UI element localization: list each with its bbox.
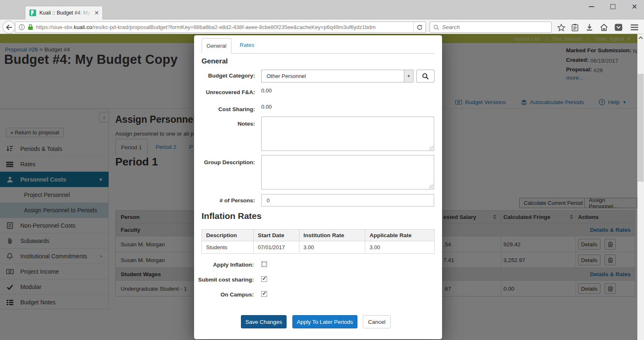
assign-personnel-modal: General Rates General Budget Category: O…: [194, 35, 442, 339]
browser-chrome: ✕ Kuali :: Budget #4: My Budg ✕ + https:…: [0, 0, 644, 34]
inflation-row: Students 07/01/2017 3.00 3.00: [202, 241, 435, 254]
downloads-icon[interactable]: [584, 23, 594, 32]
inflation-rates-heading: Inflation Rates: [202, 211, 262, 221]
cancel-button[interactable]: Cancel: [363, 315, 391, 328]
modal-tab-rates[interactable]: Rates: [240, 42, 254, 48]
submit-cost-sharing-label: Submit cost sharing:: [194, 277, 254, 283]
window-maximize-button[interactable]: [608, 2, 618, 11]
resize-grip[interactable]: [429, 146, 433, 150]
on-campus-label: On Campus:: [194, 291, 254, 298]
info-icon[interactable]: [19, 24, 25, 30]
modal-section-heading: General: [202, 57, 228, 66]
window-minimize-button[interactable]: [586, 2, 597, 11]
url-bar[interactable]: https://siue-sbx.kuali.co/res/kc-pd-krad…: [15, 22, 414, 33]
budget-category-search-button[interactable]: [416, 70, 435, 83]
on-campus-checkbox[interactable]: [261, 291, 267, 297]
scrollbar-thumb[interactable]: [638, 74, 644, 182]
bookmark-star-icon[interactable]: [556, 23, 566, 32]
scroll-up-icon[interactable]: [638, 36, 643, 39]
resize-grip[interactable]: [429, 185, 433, 189]
pocket-icon[interactable]: [613, 23, 623, 32]
apply-to-later-periods-button[interactable]: Apply To Later Periods: [292, 315, 357, 328]
bookmarks-clipboard-icon[interactable]: [570, 23, 580, 32]
search-icon: [422, 73, 429, 80]
cost-sharing-value: 0.00: [261, 104, 272, 110]
search-input[interactable]: [442, 24, 537, 30]
inflation-rates-table: Description Start Date Institution Rate …: [202, 229, 435, 254]
search-icon: [433, 24, 439, 30]
budget-category-label: Budget Category:: [194, 73, 255, 79]
home-icon[interactable]: [599, 23, 609, 32]
page-scrollbar[interactable]: [637, 34, 644, 340]
kuali-favicon: [29, 10, 36, 16]
menu-icon[interactable]: [629, 23, 639, 32]
search-box[interactable]: [430, 22, 552, 33]
tab-close-icon[interactable]: ✕: [94, 10, 99, 16]
lock-icon: [28, 24, 33, 30]
group-description-label: Group Description:: [194, 159, 255, 165]
window-close-button[interactable]: ✕: [629, 2, 640, 11]
persons-label: # of Persons:: [194, 197, 255, 204]
back-button[interactable]: [2, 21, 15, 34]
unrecovered-fa-value: 0.00: [261, 87, 272, 94]
browser-tab[interactable]: Kuali :: Budget #4: My Budg ✕: [25, 6, 103, 19]
notes-textarea[interactable]: [262, 117, 434, 151]
apply-inflation-checkbox[interactable]: [261, 261, 267, 267]
group-description-textarea[interactable]: [262, 155, 434, 189]
modal-tab-general[interactable]: General: [202, 38, 231, 53]
url-text: https://siue-sbx.kuali.co/res/kc-pd-krad…: [36, 24, 376, 30]
submit-cost-sharing-checkbox[interactable]: [261, 276, 267, 282]
reload-button[interactable]: [413, 22, 426, 33]
browser-navbar: https://siue-sbx.kuali.co/res/kc-pd-krad…: [0, 19, 644, 34]
budget-category-select[interactable]: Other Personnel ▾: [261, 70, 413, 83]
notes-label: Notes:: [194, 121, 255, 127]
cost-sharing-label: Cost Sharing:: [194, 106, 255, 112]
unrecovered-fa-label: Unrecovered F&A:: [194, 89, 255, 95]
notes-field-wrap: [261, 117, 434, 151]
group-description-field-wrap: [261, 155, 434, 189]
save-changes-button[interactable]: Save Changes: [241, 315, 287, 328]
select-chevron-icon[interactable]: ▾: [404, 70, 413, 82]
apply-inflation-label: Apply Inflation:: [194, 262, 254, 268]
persons-input[interactable]: [261, 194, 434, 206]
